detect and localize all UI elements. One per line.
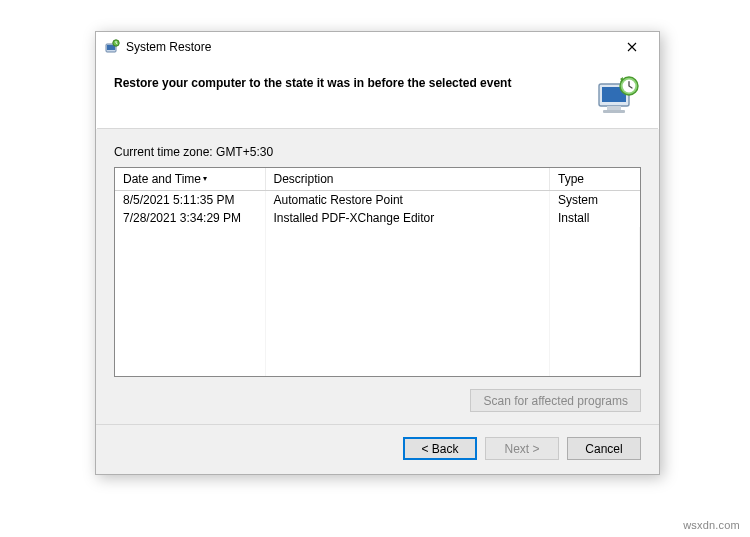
table-row[interactable]: 8/5/2021 5:11:35 PMAutomatic Restore Poi… [115,191,640,210]
back-button[interactable]: < Back [403,437,477,460]
cell-description: Installed PDF-XChange Editor [265,209,550,227]
table-row-empty [115,299,640,317]
cell-type: Install [550,209,640,227]
cell-description: Automatic Restore Point [265,191,550,210]
table-row-empty [115,245,640,263]
column-date-label: Date and Time [123,172,201,186]
column-description[interactable]: Description [265,168,550,191]
svg-rect-5 [607,106,621,110]
sort-descending-icon: ▾ [203,174,207,183]
table-row[interactable]: 7/28/2021 3:34:29 PMInstalled PDF-XChang… [115,209,640,227]
wizard-body: Current time zone: GMT+5:30 Date and Tim… [96,129,659,424]
timezone-label: Current time zone: GMT+5:30 [114,145,641,159]
restore-points-table[interactable]: Date and Time▾ Description Type 8/5/2021… [114,167,641,377]
cell-date: 7/28/2021 3:34:29 PM [115,209,265,227]
column-type[interactable]: Type [550,168,640,191]
table-row-empty [115,317,640,335]
system-restore-icon [104,39,120,55]
next-button: Next > [485,437,559,460]
monitor-clock-icon [593,72,641,120]
wizard-footer: < Back Next > Cancel [96,424,659,474]
table-row-empty [115,335,640,353]
table-row-empty [115,353,640,371]
scan-affected-button: Scan for affected programs [470,389,641,412]
title-bar: System Restore [96,32,659,62]
cell-type: System [550,191,640,210]
svg-rect-6 [603,110,625,113]
table-row-empty [115,263,640,281]
wizard-header: Restore your computer to the state it wa… [96,62,659,128]
close-button[interactable] [613,35,651,59]
system-restore-dialog: System Restore Restore your computer to … [95,31,660,475]
table-row-empty [115,227,640,245]
cancel-button[interactable]: Cancel [567,437,641,460]
window-title: System Restore [126,40,613,54]
table-row-empty [115,281,640,299]
cell-date: 8/5/2021 5:11:35 PM [115,191,265,210]
wizard-heading: Restore your computer to the state it wa… [114,72,585,90]
table-header-row: Date and Time▾ Description Type [115,168,640,191]
watermark: wsxdn.com [683,519,740,531]
column-date[interactable]: Date and Time▾ [115,168,265,191]
